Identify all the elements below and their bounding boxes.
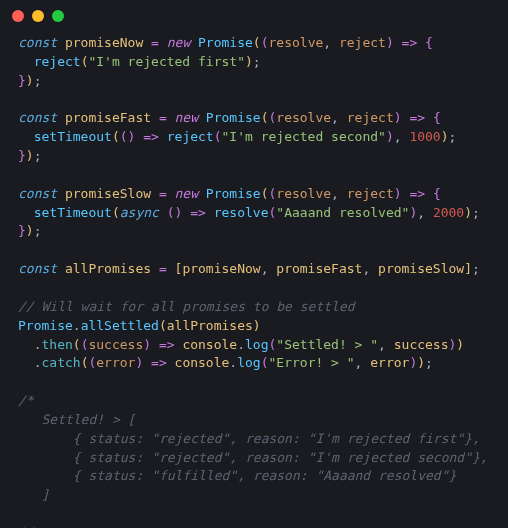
param: reject [339,35,386,50]
minimize-icon[interactable] [32,10,44,22]
fn-then: then [41,337,72,352]
fn-reject: reject [34,54,81,69]
string: "I'm rejected first" [88,54,245,69]
close-icon[interactable] [12,10,24,22]
keyword-const: const [18,110,57,125]
comment: // Will wait for all promises to be sett… [18,299,355,314]
fn-catch: catch [41,355,80,370]
keyword-const: const [18,35,57,50]
fn-resolve: resolve [214,205,269,220]
param: resolve [269,35,324,50]
string: "Settled! > " [276,337,378,352]
fn-log: log [245,337,268,352]
keyword-new: new [167,35,190,50]
param: error [96,355,135,370]
code-block: const promiseNow = new Promise((resolve,… [0,30,508,528]
number: 2000 [433,205,464,220]
string: "Error! > " [269,355,355,370]
arrow: => [402,35,418,50]
identifier: console [182,337,237,352]
identifier: allPromises [65,261,151,276]
number: 1000 [409,129,440,144]
class-promise: Promise [198,35,253,50]
keyword-async: async [120,205,159,220]
maximize-icon[interactable] [52,10,64,22]
identifier: promiseSlow [65,186,151,201]
param: success [88,337,143,352]
titlebar [0,0,508,30]
comment-block: /* [18,393,34,408]
string: "Aaaand resolved" [276,205,409,220]
fn-allsettled: allSettled [81,318,159,333]
identifier: promiseFast [65,110,151,125]
fn-settimeout: setTimeout [34,129,112,144]
string: "I'm rejected second" [222,129,386,144]
operator: = [151,35,159,50]
identifier: promiseNow [65,35,143,50]
